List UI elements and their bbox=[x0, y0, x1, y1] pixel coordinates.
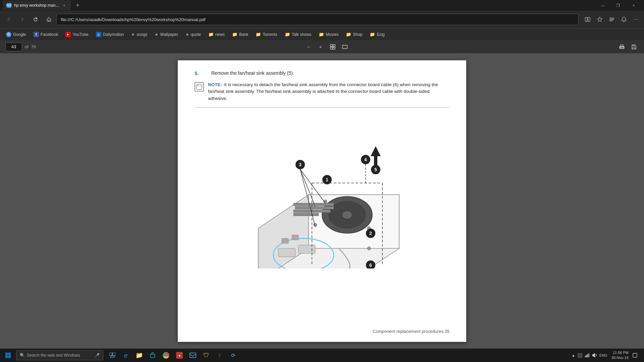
svg-rect-1 bbox=[588, 17, 590, 21]
blue-app[interactable]: ⟳ bbox=[227, 349, 239, 362]
bookmark-youtube[interactable]: ▶ YouTube bbox=[62, 31, 92, 38]
youtube-favicon: ▶ bbox=[65, 32, 71, 37]
dailymotion-favicon: d bbox=[96, 32, 101, 37]
print-button[interactable] bbox=[617, 42, 627, 52]
home-button[interactable] bbox=[43, 13, 55, 25]
address-text: file:///C:/Users/asadk/Downloads/hp%20en… bbox=[61, 17, 574, 22]
google-label: Google bbox=[13, 32, 26, 37]
svg-text:2: 2 bbox=[369, 231, 372, 236]
new-tab-button[interactable]: + bbox=[73, 1, 82, 10]
page-number-input[interactable] bbox=[5, 43, 22, 51]
notification-center-button[interactable] bbox=[630, 350, 640, 360]
network-icon bbox=[585, 353, 590, 358]
bookmark-wallpaper[interactable]: ★ Wallpaper bbox=[151, 31, 181, 38]
fit-page-button[interactable] bbox=[328, 42, 337, 52]
tab-title: hp envy workshop man... bbox=[14, 3, 59, 8]
note-icon bbox=[195, 82, 204, 92]
mail-app[interactable] bbox=[186, 349, 199, 362]
quote-label: quote bbox=[191, 32, 201, 37]
movies-label: Movies bbox=[326, 32, 338, 37]
svg-rect-62 bbox=[586, 355, 587, 357]
hub-button[interactable] bbox=[606, 14, 617, 25]
refresh-button[interactable] bbox=[30, 13, 42, 25]
active-tab[interactable]: PDF hp envy workshop man... × bbox=[3, 0, 71, 10]
bookmark-news[interactable]: 📁 news bbox=[205, 31, 228, 38]
back-button[interactable] bbox=[3, 13, 15, 25]
tray-up-icon[interactable]: ▲ bbox=[572, 353, 575, 357]
microphone-icon: 🎤 bbox=[95, 353, 100, 358]
explorer-icon: 📁 bbox=[136, 352, 143, 359]
youtube-label: YouTube bbox=[72, 32, 88, 37]
tab-close-button[interactable]: × bbox=[61, 3, 67, 8]
volume-icon bbox=[592, 353, 597, 358]
close-button[interactable]: × bbox=[626, 0, 641, 11]
titlebar-left: PDF hp envy workshop man... × + bbox=[3, 0, 82, 10]
bookmark-movies[interactable]: 📁 Movies bbox=[315, 31, 342, 38]
bookmark-talkshows[interactable]: 📁 Talk shows bbox=[281, 31, 315, 38]
taskview-app[interactable] bbox=[106, 349, 119, 362]
svg-rect-6 bbox=[333, 45, 335, 47]
svg-rect-63 bbox=[587, 354, 588, 357]
bookmark-bank[interactable]: 📁 Bank bbox=[229, 31, 252, 38]
save-button[interactable] bbox=[629, 42, 639, 52]
red-app-icon: ● bbox=[176, 352, 183, 359]
titlebar: PDF hp envy workshop man... × + — ❐ × bbox=[0, 0, 644, 11]
zoom-out-button[interactable]: − bbox=[304, 42, 313, 52]
bookmark-shop[interactable]: 📁 Shop bbox=[342, 31, 366, 38]
facebook-favicon: f bbox=[34, 32, 39, 37]
zoom-in-button[interactable]: + bbox=[316, 42, 325, 52]
explorer-app[interactable]: 📁 bbox=[133, 349, 146, 362]
songs-label: songs bbox=[137, 32, 147, 37]
navbar: file:///C:/Users/asadk/Downloads/hp%20en… bbox=[0, 11, 644, 28]
chrome-app[interactable] bbox=[160, 349, 172, 362]
shop-label: Shop bbox=[353, 32, 362, 37]
favorites-button[interactable] bbox=[594, 14, 605, 25]
bookmark-songs[interactable]: ★ songs bbox=[128, 31, 151, 38]
bookmark-facebook[interactable]: f Facebook bbox=[30, 31, 62, 38]
step-text: Remove the fan/heat sink assembly (5). bbox=[211, 70, 294, 76]
pdf-footer: Component replacement procedures 35 bbox=[373, 329, 449, 334]
svg-rect-9 bbox=[342, 45, 347, 49]
edge-app[interactable]: e bbox=[119, 349, 132, 362]
reading-mode-button[interactable] bbox=[582, 14, 593, 25]
pdf-toolbar: of 76 − + bbox=[0, 40, 644, 54]
bookmark-ecig[interactable]: 📁 Ecig bbox=[366, 31, 388, 38]
step-number: 5. bbox=[195, 70, 211, 76]
fit-width-button[interactable] bbox=[340, 42, 350, 52]
shield-app[interactable]: 🛡 bbox=[200, 349, 213, 362]
red-app[interactable]: ● bbox=[173, 349, 186, 362]
torrents-label: Torrents bbox=[263, 32, 277, 37]
address-bar[interactable]: file:///C:/Users/asadk/Downloads/hp%20en… bbox=[56, 14, 578, 25]
page-of-label: of bbox=[25, 44, 29, 49]
store-app[interactable] bbox=[146, 349, 159, 362]
talkshows-label: Talk shows bbox=[292, 32, 312, 37]
svg-rect-55 bbox=[5, 356, 8, 358]
tablet-icon: ⬛ bbox=[577, 353, 583, 358]
note-label: NOTE: bbox=[208, 82, 222, 87]
note-box: NOTE:It is necessary to detach the fan/h… bbox=[195, 81, 449, 108]
forward-button[interactable] bbox=[16, 13, 28, 25]
talkshows-folder: 📁 bbox=[285, 32, 290, 37]
svg-rect-18 bbox=[278, 248, 295, 257]
svg-rect-11 bbox=[621, 47, 623, 48]
more-button[interactable]: ··· bbox=[631, 14, 641, 25]
taskbar-search[interactable]: 🔍 Search the web and Windows 🎤 bbox=[16, 350, 103, 360]
maximize-button[interactable]: ❐ bbox=[610, 0, 626, 11]
notifications-button[interactable] bbox=[619, 14, 629, 25]
taskbar-right: ▲ ⬛ ENG 11:56 PM 30-Nov-16 bbox=[572, 350, 643, 361]
start-button[interactable] bbox=[1, 349, 15, 362]
shield-icon: 🛡 bbox=[203, 352, 209, 359]
svg-text:3: 3 bbox=[299, 162, 302, 167]
bookmark-google[interactable]: G Google bbox=[3, 31, 30, 38]
taskbar: 🔍 Search the web and Windows 🎤 e 📁 ● 🛡 bbox=[0, 349, 644, 362]
green-app[interactable]: ↑ bbox=[213, 349, 226, 362]
minimize-button[interactable]: — bbox=[595, 0, 610, 11]
bookmark-quote[interactable]: ★ quote bbox=[182, 31, 204, 38]
svg-rect-58 bbox=[113, 353, 115, 356]
bookmark-dailymotion[interactable]: d Dailymotion bbox=[93, 31, 127, 38]
chrome-icon bbox=[163, 352, 169, 359]
bookmark-torrents[interactable]: 📁 Torrents bbox=[252, 31, 280, 38]
bookmarks-bar: G Google f Facebook ▶ YouTube d Dailymot… bbox=[0, 28, 644, 40]
ecig-folder: 📁 bbox=[370, 32, 375, 37]
system-tray: ▲ ⬛ ENG bbox=[572, 353, 607, 358]
